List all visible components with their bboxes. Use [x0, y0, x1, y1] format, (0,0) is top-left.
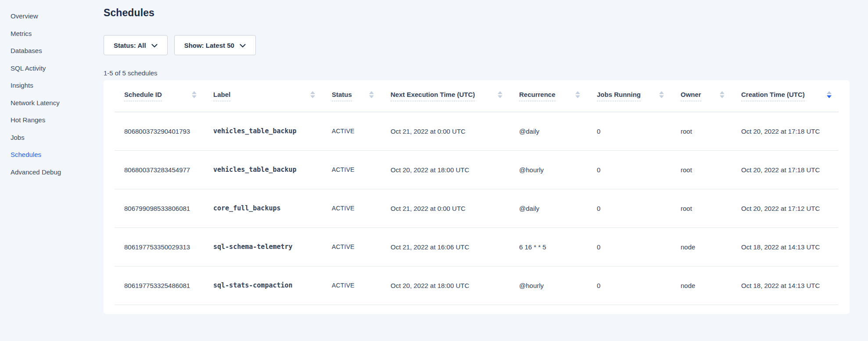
sort-arrows-icon[interactable]	[575, 91, 580, 98]
column-header-label[interactable]: Label	[204, 80, 322, 112]
sidebar-item-databases[interactable]: Databases	[0, 42, 102, 60]
cell-status: ACTIVE	[322, 112, 381, 150]
cell-recurrence: @daily	[509, 112, 587, 150]
sidebar-item-hot-ranges[interactable]: Hot Ranges	[0, 111, 102, 129]
cell-label: vehicles_table_backup	[204, 150, 322, 189]
column-header-creation-time-utc[interactable]: Creation Time (UTC)	[732, 80, 839, 112]
sidebar-item-insights[interactable]: Insights	[0, 77, 102, 94]
table-body: 806800373290401793vehicles_table_backupA…	[115, 112, 839, 305]
sidebar-item-sql-activity[interactable]: SQL Activity	[0, 60, 102, 77]
cell-creation-time: Oct 20, 2022 at 17:12 UTC	[732, 189, 839, 227]
cell-recurrence: @daily	[509, 189, 587, 227]
sidebar-item-jobs[interactable]: Jobs	[0, 129, 102, 146]
column-header-jobs-running[interactable]: Jobs Running	[587, 80, 671, 112]
sort-arrows-icon[interactable]	[369, 91, 374, 98]
table-header-row: Schedule IDLabelStatusNext Execution Tim…	[115, 80, 839, 112]
cell-owner: root	[671, 112, 732, 150]
show-filter-dropdown[interactable]: Show: Latest 50	[174, 35, 256, 55]
cell-creation-time: Oct 20, 2022 at 17:18 UTC	[732, 112, 839, 150]
column-label[interactable]: Jobs Running	[597, 91, 641, 101]
sidebar-item-network-latency[interactable]: Network Latency	[0, 94, 102, 112]
sort-arrows-icon[interactable]	[827, 91, 832, 98]
sidebar-item-advanced-debug[interactable]: Advanced Debug	[0, 163, 102, 181]
cell-next-execution-time: Oct 21, 2022 at 0:00 UTC	[381, 112, 509, 150]
sort-arrows-icon[interactable]	[192, 91, 197, 98]
chevron-down-icon	[151, 42, 158, 49]
cell-schedule-id: 806197753325486081	[115, 266, 204, 305]
column-label[interactable]: Schedule ID	[124, 91, 162, 101]
table-row: 806197753325486081sql-stats-compactionAC…	[115, 266, 839, 305]
sort-arrows-icon[interactable]	[720, 91, 725, 98]
column-header-schedule-id[interactable]: Schedule ID	[115, 80, 204, 112]
cell-owner: node	[671, 227, 732, 266]
table-row: 806800373290401793vehicles_table_backupA…	[115, 112, 839, 150]
cell-owner: root	[671, 189, 732, 227]
cell-jobs-running: 0	[587, 150, 671, 189]
status-filter-dropdown[interactable]: Status: All	[104, 35, 168, 55]
cell-recurrence: @hourly	[509, 150, 587, 189]
cell-label: sql-schema-telemetry	[204, 227, 322, 266]
schedules-table-card: Schedule IDLabelStatusNext Execution Tim…	[104, 80, 850, 314]
cell-next-execution-time: Oct 20, 2022 at 18:00 UTC	[381, 150, 509, 189]
cell-status: ACTIVE	[322, 150, 381, 189]
status-filter-label: Status: All	[114, 42, 146, 49]
main-content: Schedules Status: All Show: Latest 50 1-…	[102, 0, 868, 341]
column-label[interactable]: Creation Time (UTC)	[741, 91, 805, 101]
cell-creation-time: Oct 18, 2022 at 14:13 UTC	[732, 227, 839, 266]
cell-creation-time: Oct 20, 2022 at 17:18 UTC	[732, 150, 839, 189]
column-header-recurrence[interactable]: Recurrence	[509, 80, 587, 112]
page-title: Schedules	[104, 7, 868, 19]
sidebar-item-schedules[interactable]: Schedules	[0, 146, 102, 163]
show-filter-label: Show: Latest 50	[184, 42, 234, 49]
column-header-owner[interactable]: Owner	[671, 80, 732, 112]
table-row: 806800373283454977vehicles_table_backupA…	[115, 150, 839, 189]
sidebar-nav: OverviewMetricsDatabasesSQL ActivityInsi…	[0, 0, 102, 341]
cell-label: vehicles_table_backup	[204, 112, 322, 150]
column-label[interactable]: Next Execution Time (UTC)	[391, 91, 475, 101]
cell-jobs-running: 0	[587, 227, 671, 266]
column-header-next-execution-time-utc[interactable]: Next Execution Time (UTC)	[381, 80, 509, 112]
cell-owner: node	[671, 266, 732, 305]
cell-schedule-id: 806800373290401793	[115, 112, 204, 150]
cell-next-execution-time: Oct 20, 2022 at 18:00 UTC	[381, 266, 509, 305]
cell-jobs-running: 0	[587, 266, 671, 305]
cell-status: ACTIVE	[322, 266, 381, 305]
cell-schedule-id: 806799098533806081	[115, 189, 204, 227]
results-count: 1-5 of 5 schedules	[104, 69, 868, 77]
chevron-down-icon	[240, 42, 246, 49]
cell-jobs-running: 0	[587, 189, 671, 227]
filter-bar: Status: All Show: Latest 50	[104, 35, 868, 55]
cell-owner: root	[671, 150, 732, 189]
sidebar-item-overview[interactable]: Overview	[0, 7, 102, 25]
table-row: 806197753350029313sql-schema-telemetryAC…	[115, 227, 839, 266]
table-row: 806799098533806081core_full_backupsACTIV…	[115, 189, 839, 227]
sort-arrows-icon[interactable]	[310, 91, 315, 98]
cell-label: core_full_backups	[204, 189, 322, 227]
column-label[interactable]: Owner	[681, 91, 701, 101]
cell-recurrence: 6 16 * * 5	[509, 227, 587, 266]
cell-recurrence: @hourly	[509, 266, 587, 305]
sort-arrows-icon[interactable]	[498, 91, 502, 98]
cell-status: ACTIVE	[322, 227, 381, 266]
cell-label: sql-stats-compaction	[204, 266, 322, 305]
column-label[interactable]: Recurrence	[519, 91, 556, 101]
cell-schedule-id: 806800373283454977	[115, 150, 204, 189]
sort-arrows-icon[interactable]	[659, 91, 664, 98]
schedules-table: Schedule IDLabelStatusNext Execution Tim…	[115, 80, 839, 305]
column-label[interactable]: Status	[332, 91, 352, 101]
cell-creation-time: Oct 18, 2022 at 14:13 UTC	[732, 266, 839, 305]
column-label[interactable]: Label	[213, 91, 230, 101]
cell-next-execution-time: Oct 21, 2022 at 0:00 UTC	[381, 189, 509, 227]
column-header-status[interactable]: Status	[322, 80, 381, 112]
sidebar-item-metrics[interactable]: Metrics	[0, 25, 102, 43]
cell-status: ACTIVE	[322, 189, 381, 227]
cell-jobs-running: 0	[587, 112, 671, 150]
cell-next-execution-time: Oct 21, 2022 at 16:06 UTC	[381, 227, 509, 266]
cell-schedule-id: 806197753350029313	[115, 227, 204, 266]
